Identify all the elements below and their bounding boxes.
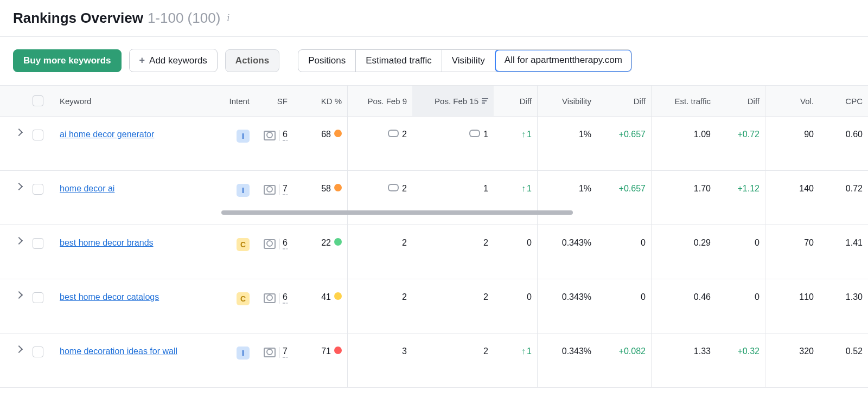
toolbar: Buy more keywords +Add keywords Actions … xyxy=(0,37,868,78)
th-intent[interactable]: Intent xyxy=(212,86,255,116)
th-cpc[interactable]: CPC xyxy=(819,86,868,116)
select-all-checkbox[interactable] xyxy=(33,95,43,106)
sf-cell[interactable]: 7 xyxy=(255,333,293,387)
vol-cell: 70 xyxy=(765,225,819,279)
diff-up: 1 xyxy=(521,347,532,356)
intent-badge: I xyxy=(237,130,250,143)
pos1-value: 2 xyxy=(402,130,407,139)
visibility-cell: 1% xyxy=(537,171,597,224)
kd-dot-icon xyxy=(334,347,342,354)
est-value: 1.09 xyxy=(694,130,711,139)
sf-cell[interactable]: 6 xyxy=(255,279,293,333)
cpc-cell: 1.41 xyxy=(819,225,868,279)
vol-cell: 140 xyxy=(765,171,819,224)
keyword-link[interactable]: best home decor brands xyxy=(60,238,154,248)
keyword-link[interactable]: home decoration ideas for wall xyxy=(60,347,177,356)
vis-diff: 0 xyxy=(641,292,646,302)
pos2-value: 2 xyxy=(483,347,488,356)
expand-cell[interactable] xyxy=(0,333,27,387)
cpc-cell: 1.30 xyxy=(819,279,868,333)
tab-all-domain[interactable]: All for apartmenttherapy.com xyxy=(495,49,632,72)
sort-icon xyxy=(482,98,488,104)
est-diff-cell: 0 xyxy=(716,225,765,279)
vis-diff-cell: 0 xyxy=(597,279,651,333)
th-est-traffic[interactable]: Est. traffic xyxy=(651,86,716,116)
link-icon xyxy=(469,130,480,136)
pos-feb15-cell: 1 xyxy=(412,171,494,224)
kd-value: 58 xyxy=(321,184,331,194)
info-icon[interactable]: i xyxy=(227,12,229,24)
sf-cell[interactable]: 6 xyxy=(255,225,293,279)
keyword-link[interactable]: home decor ai xyxy=(60,184,114,194)
expand-cell[interactable] xyxy=(0,225,27,279)
horizontal-scrollbar[interactable] xyxy=(221,210,573,215)
checkbox-cell xyxy=(27,225,54,279)
th-visibility[interactable]: Visibility xyxy=(537,86,597,116)
sf-count: 6 xyxy=(283,238,288,249)
th-diff-vis[interactable]: Diff xyxy=(597,86,651,116)
th-diff2-label: Diff xyxy=(634,97,646,106)
kd-cell: 68 xyxy=(293,117,347,170)
diff-up: 1 xyxy=(521,130,532,139)
th-vol[interactable]: Vol. xyxy=(765,86,819,116)
buy-keywords-button[interactable]: Buy more keywords xyxy=(13,49,122,72)
th-pos-feb15[interactable]: Pos. Feb 15 xyxy=(412,86,494,116)
th-keyword[interactable]: Keyword xyxy=(54,86,212,116)
keyword-link[interactable]: ai home decor generator xyxy=(60,130,154,139)
row-checkbox[interactable] xyxy=(33,184,43,195)
row-checkbox[interactable] xyxy=(33,292,43,303)
row-checkbox[interactable] xyxy=(33,130,43,140)
kd-dot-icon xyxy=(334,238,342,246)
page: Rankings Overview 1-100 (100) i Buy more… xyxy=(0,0,868,388)
vol-cell: 110 xyxy=(765,279,819,333)
sf-cell[interactable]: 6 xyxy=(255,117,293,170)
add-keywords-label: Add keywords xyxy=(149,55,207,66)
pos-feb15-cell: 1 xyxy=(412,117,494,170)
plus-icon: + xyxy=(139,55,145,66)
cpc-value: 1.30 xyxy=(846,292,863,302)
visibility-cell: 0.343% xyxy=(537,225,597,279)
expand-cell[interactable] xyxy=(0,171,27,224)
expand-cell[interactable] xyxy=(0,279,27,333)
tab-visibility-label: Visibility xyxy=(452,55,485,66)
est-value: 1.70 xyxy=(694,184,711,194)
actions-button[interactable]: Actions xyxy=(225,49,279,72)
vis-diff-up: +0.082 xyxy=(619,347,646,356)
keyword-cell: best home decor brands xyxy=(54,225,212,279)
th-diff-est[interactable]: Diff xyxy=(716,86,765,116)
tab-positions[interactable]: Positions xyxy=(298,50,356,72)
th-kd-label: KD % xyxy=(321,97,342,106)
kd-value: 22 xyxy=(321,238,331,248)
row-checkbox[interactable] xyxy=(33,347,43,357)
tab-estimated-traffic[interactable]: Estimated traffic xyxy=(356,50,442,72)
th-intent-label: Intent xyxy=(229,97,250,106)
view-tabs: Positions Estimated traffic Visibility A… xyxy=(298,49,632,72)
diff-zero: 0 xyxy=(527,292,532,302)
intent-cell: C xyxy=(212,279,255,333)
serp-features-icon xyxy=(264,185,276,195)
expand-cell[interactable] xyxy=(0,117,27,170)
table-row: best home decor brands C 6 22 2 2 0 0.34… xyxy=(0,225,868,279)
th-pos-feb9[interactable]: Pos. Feb 9 xyxy=(347,86,412,116)
add-keywords-button[interactable]: +Add keywords xyxy=(129,49,218,72)
tab-positions-label: Positions xyxy=(308,55,346,66)
th-sf[interactable]: SF xyxy=(255,86,293,116)
tab-visibility[interactable]: Visibility xyxy=(442,50,495,72)
keyword-link[interactable]: best home decor catalogs xyxy=(60,292,159,302)
vis-diff-cell: +0.657 xyxy=(597,171,651,224)
est-diff-up: +0.32 xyxy=(738,347,760,356)
diff-pos-cell: 0 xyxy=(494,279,537,333)
est-traffic-cell: 0.46 xyxy=(651,279,716,333)
th-kd[interactable]: KD % xyxy=(293,86,347,116)
th-diff-pos[interactable]: Diff xyxy=(494,86,537,116)
vis-diff: 0 xyxy=(641,238,646,248)
kd-cell: 71 xyxy=(293,333,347,387)
sf-cell[interactable]: 7 xyxy=(255,171,293,224)
row-checkbox[interactable] xyxy=(33,238,43,249)
est-diff-up: +0.72 xyxy=(738,130,760,139)
pos-feb9-cell: 2 xyxy=(347,225,412,279)
pos-feb9-cell: 3 xyxy=(347,333,412,387)
link-icon xyxy=(388,130,399,136)
vol-value: 320 xyxy=(799,347,814,356)
keyword-cell: home decoration ideas for wall xyxy=(54,333,212,387)
